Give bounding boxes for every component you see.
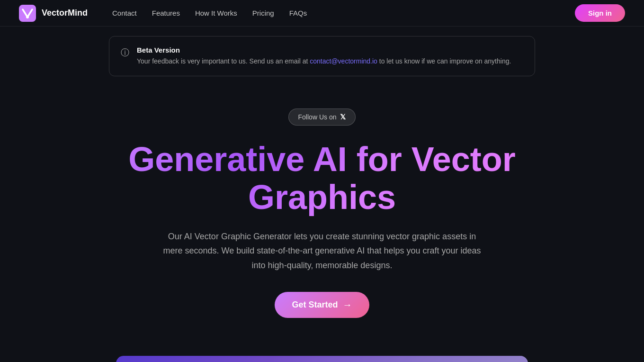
info-icon: ⓘ: [121, 47, 129, 58]
beta-banner-content: Beta Version Your feedback is very impor…: [137, 46, 511, 66]
nav-link-how-it-works[interactable]: How It Works: [195, 9, 237, 17]
follow-badge-label: Follow Us on: [298, 113, 337, 121]
video-header: VectorMind AI Introduction ⧉ Copy link: [116, 356, 528, 362]
get-started-button[interactable]: Get Started →: [275, 292, 369, 318]
nav-brand: VectorMind Contact Features How It Works…: [19, 5, 307, 22]
svg-point-1: [26, 16, 29, 18]
navbar: VectorMind Contact Features How It Works…: [0, 0, 644, 27]
beta-title: Beta Version: [137, 46, 511, 54]
beta-email-link[interactable]: contact@vectormind.io: [310, 57, 377, 65]
nav-links: Contact Features How It Works Pricing FA…: [112, 9, 307, 17]
beta-text: Your feedback is very important to us. S…: [137, 56, 511, 66]
beta-banner: ⓘ Beta Version Your feedback is very imp…: [109, 36, 535, 76]
nav-link-faqs[interactable]: FAQs: [289, 9, 307, 17]
follow-badge-button[interactable]: Follow Us on 𝕏: [288, 109, 356, 126]
nav-link-features[interactable]: Features: [152, 9, 180, 17]
hero-subtitle: Our AI Vector Graphic Generator lets you…: [161, 229, 483, 273]
svg-rect-0: [19, 5, 36, 22]
logo-icon: [19, 5, 36, 22]
x-social-icon: 𝕏: [340, 113, 346, 121]
video-section: VectorMind AI Introduction ⧉ Copy link: [116, 356, 528, 362]
beta-text-before: Your feedback is very important to us. S…: [137, 57, 310, 65]
nav-link-pricing[interactable]: Pricing: [252, 9, 274, 17]
nav-link-contact[interactable]: Contact: [112, 9, 137, 17]
arrow-icon: →: [343, 299, 352, 310]
hero-title: Generative AI for Vector Graphics: [109, 141, 535, 216]
sign-in-button[interactable]: Sign in: [575, 4, 625, 22]
hero-section: Follow Us on 𝕏 Generative AI for Vector …: [0, 86, 644, 336]
get-started-label: Get Started: [292, 300, 338, 310]
logo-text: VectorMind: [42, 8, 88, 18]
beta-text-after: to let us know if we can improve on anyt…: [377, 57, 511, 65]
